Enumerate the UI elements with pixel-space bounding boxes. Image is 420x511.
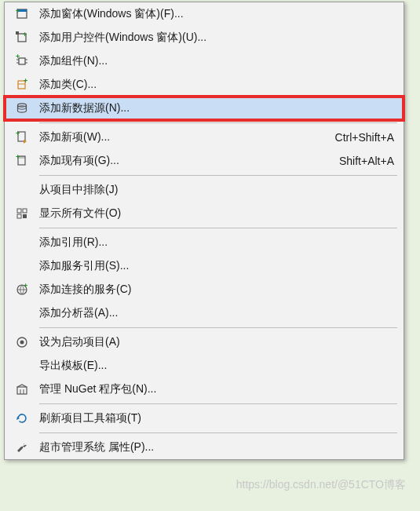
class-icon: +	[9, 78, 35, 92]
menu-separator	[39, 403, 397, 404]
refresh-icon	[9, 411, 35, 425]
svg-rect-25	[17, 214, 21, 218]
menu-item-label: 添加新数据源(N)...	[35, 101, 394, 115]
menu-item-add-data-source[interactable]: 添加新数据源(N)...	[5, 97, 404, 120]
menu-item-label: 添加组件(N)...	[35, 54, 394, 68]
watermark-text: https://blog.csdn.net/@51CTO博客	[236, 478, 406, 492]
form-icon: +	[9, 7, 35, 21]
menu-item-add-class[interactable]: +添加类(C)...	[5, 73, 404, 97]
svg-text:+: +	[16, 130, 20, 137]
menu-item-add-analyzer[interactable]: 添加分析器(A)...	[5, 301, 404, 325]
menu-separator	[39, 175, 397, 176]
menu-item-manage-nuget[interactable]: 管理 NuGet 程序包(N)...	[5, 378, 404, 401]
menu-item-add-component[interactable]: +添加组件(N)...	[5, 49, 404, 73]
menu-item-label: 添加服务引用(S)...	[35, 259, 394, 273]
svg-point-30	[20, 341, 24, 345]
menu-item-label: 添加连接的服务(C)	[35, 283, 394, 297]
menu-item-set-as-startup[interactable]: 设为启动项目(A)	[5, 330, 404, 354]
menu-item-add-new-item[interactable]: +添加新项(W)...Ctrl+Shift+A	[5, 126, 404, 149]
nuget-icon	[9, 382, 35, 396]
menu-separator	[39, 228, 397, 228]
new-item-icon: +	[9, 130, 35, 144]
svg-rect-26	[23, 214, 27, 218]
startup-icon	[9, 335, 35, 349]
menu-item-label: 添加用户控件(Windows 窗体)(U)...	[35, 31, 394, 45]
svg-text:+: +	[16, 154, 20, 161]
show-all-icon	[9, 206, 35, 221]
menu-item-label: 添加引用(R)...	[35, 235, 394, 250]
menu-item-label: 刷新项目工具箱项(T)	[35, 411, 394, 425]
svg-rect-31	[17, 387, 27, 394]
context-menu: +添加窗体(Windows 窗体)(F)...+添加用户控件(Windows 窗…	[4, 2, 404, 460]
svg-text:+: +	[23, 31, 27, 38]
existing-item-icon: +	[9, 154, 35, 168]
menu-item-label: 设为启动项目(A)	[35, 335, 394, 349]
menu-item-label: 导出模板(E)...	[35, 359, 394, 373]
component-icon: +	[9, 54, 35, 68]
menu-item-label: 添加分析器(A)...	[35, 306, 394, 320]
menu-item-add-windows-form[interactable]: +添加窗体(Windows 窗体)(F)...	[5, 2, 404, 26]
menu-item-add-reference[interactable]: 添加引用(R)...	[5, 231, 404, 254]
menu-item-label: 添加新项(W)...	[35, 130, 320, 144]
menu-item-label: 超市管理系统 属性(P)...	[35, 440, 394, 454]
menu-item-label: 添加类(C)...	[35, 78, 394, 92]
menu-item-export-template[interactable]: 导出模板(E)...	[5, 354, 404, 378]
svg-text:+: +	[16, 7, 20, 15]
svg-rect-4	[16, 31, 19, 35]
menu-item-add-service-reference[interactable]: 添加服务引用(S)...	[5, 254, 404, 278]
menu-item-label: 管理 NuGet 程序包(N)...	[35, 382, 394, 396]
datasource-icon	[9, 101, 35, 115]
menu-item-label: 添加窗体(Windows 窗体)(F)...	[35, 7, 394, 21]
svg-text:+: +	[24, 283, 27, 290]
menu-item-add-user-control[interactable]: +添加用户控件(Windows 窗体)(U)...	[5, 26, 404, 49]
menu-item-shortcut: Ctrl+Shift+A	[320, 131, 394, 144]
connected-service-icon: +	[9, 283, 35, 297]
menu-separator	[39, 327, 397, 328]
menu-item-add-connected-service[interactable]: +添加连接的服务(C)	[5, 278, 404, 301]
svg-text:+: +	[16, 54, 20, 60]
menu-item-exclude-from-project[interactable]: 从项目中排除(J)	[5, 178, 404, 202]
menu-item-label: 添加现有项(G)...	[35, 154, 323, 168]
menu-item-label: 显示所有文件(O)	[35, 206, 394, 221]
svg-rect-23	[17, 209, 21, 213]
menu-item-show-all-files[interactable]: 显示所有文件(O)	[5, 202, 404, 225]
user-control-icon: +	[9, 31, 35, 45]
svg-rect-24	[23, 209, 27, 213]
menu-item-refresh-toolbox[interactable]: 刷新项目工具箱项(T)	[5, 407, 404, 430]
menu-item-label: 从项目中排除(J)	[35, 183, 394, 197]
svg-text:+: +	[24, 78, 27, 85]
menu-item-add-existing-item[interactable]: +添加现有项(G)...Shift+Alt+A	[5, 149, 404, 173]
svg-point-16	[18, 106, 27, 109]
wrench-icon	[9, 440, 35, 454]
menu-item-properties[interactable]: 超市管理系统 属性(P)...	[5, 436, 404, 459]
menu-item-shortcut: Shift+Alt+A	[323, 155, 394, 167]
menu-separator	[39, 433, 397, 433]
menu-separator	[39, 122, 397, 123]
